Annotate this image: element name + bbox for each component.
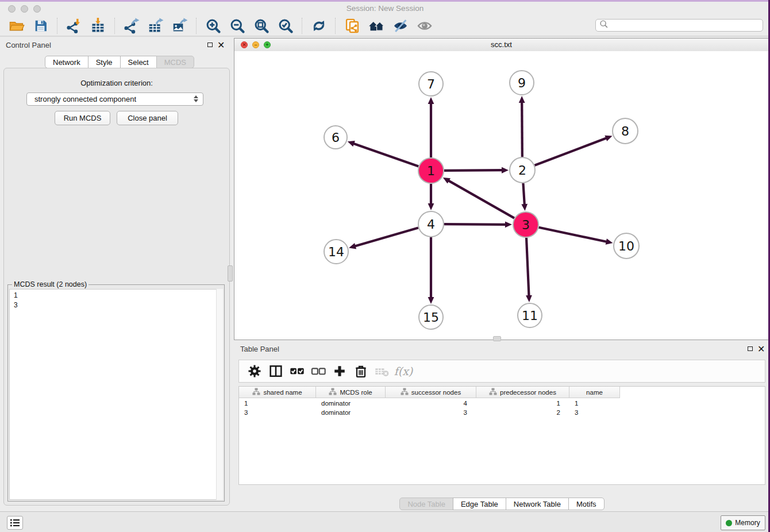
export-table-icon[interactable]	[147, 17, 164, 34]
first-neighbors-icon[interactable]	[368, 17, 385, 34]
column-header-shared-name[interactable]: shared name	[239, 387, 316, 398]
tab-motifs[interactable]: Motifs	[568, 498, 605, 510]
graph-node-3[interactable]: 3	[513, 212, 538, 237]
refresh-icon[interactable]	[310, 17, 328, 34]
network-view-window[interactable]: ✕ – + scc.txt 7968124314101511	[234, 38, 769, 340]
cell-successor-nodes[interactable]: 4	[386, 399, 476, 408]
cell-name[interactable]: 1	[569, 399, 620, 408]
tab-node-table[interactable]: Node Table	[399, 498, 453, 510]
cell-shared-name[interactable]: 3	[239, 408, 316, 417]
search-box[interactable]	[595, 19, 763, 32]
graph-node-15[interactable]: 15	[419, 305, 443, 329]
graph-node-8[interactable]: 8	[613, 118, 638, 144]
graph-node-10[interactable]: 10	[614, 233, 639, 259]
result-scrollbar[interactable]	[216, 289, 223, 500]
table-row[interactable]: 1dominator411	[239, 399, 620, 408]
graph-edge-4-14[interactable]	[355, 228, 418, 246]
memory-status-icon	[726, 520, 732, 526]
float-table-panel-icon[interactable]	[748, 346, 753, 351]
run-mcds-button[interactable]: Run MCDS	[55, 111, 110, 125]
column-header-MCDS-role[interactable]: MCDS role	[316, 387, 386, 398]
clone-network-icon[interactable]	[344, 17, 361, 34]
network-canvas[interactable]: 7968124314101511	[234, 51, 768, 340]
optimization-criterion-select[interactable]: strongly connected component	[26, 92, 203, 106]
column-header-name[interactable]: name	[569, 387, 620, 398]
close-panel-button[interactable]: Close panel	[117, 111, 178, 125]
graph-edge-1-2[interactable]	[444, 170, 503, 171]
close-panel-icon[interactable]: ✕	[217, 42, 225, 49]
cell-MCDS-role[interactable]: dominator	[316, 399, 386, 408]
close-table-panel-icon[interactable]: ✕	[757, 346, 765, 353]
graph-edge-2-8[interactable]	[535, 138, 607, 165]
import-table-icon[interactable]	[90, 17, 107, 34]
tab-select[interactable]: Select	[120, 56, 157, 68]
graph-edge-2-9[interactable]	[522, 102, 522, 157]
add-row-icon[interactable]	[330, 363, 349, 380]
graph-node-1[interactable]: 1	[418, 158, 444, 183]
graph-node-7[interactable]: 7	[419, 72, 443, 96]
svg-text:11: 11	[522, 309, 538, 323]
select-stepper-icon	[194, 95, 198, 102]
toolbar-separator	[57, 18, 58, 34]
float-panel-icon[interactable]	[207, 43, 213, 47]
search-icon	[599, 19, 609, 32]
app-title-bar[interactable]: Session: New Session	[0, 2, 770, 16]
cell-successor-nodes[interactable]: 3	[386, 408, 476, 417]
task-history-button[interactable]	[7, 516, 23, 530]
split-columns-icon[interactable]	[266, 363, 286, 380]
cell-predecessor-nodes[interactable]: 1	[476, 399, 569, 408]
node-table[interactable]: shared nameMCDS rolesuccessor nodesprede…	[238, 386, 765, 485]
tab-mcds[interactable]: MCDS	[156, 56, 194, 68]
search-input[interactable]	[609, 20, 763, 31]
tab-edge-table[interactable]: Edge Table	[453, 498, 506, 510]
zoom-selected-icon[interactable]	[277, 17, 294, 34]
save-icon[interactable]	[32, 17, 49, 34]
graph-node-11[interactable]: 11	[518, 303, 542, 327]
mcds-result-text[interactable]: 13	[9, 289, 223, 500]
column-header-predecessor-nodes[interactable]: predecessor nodes	[476, 387, 569, 398]
graph-node-2[interactable]: 2	[510, 157, 535, 183]
cell-MCDS-role[interactable]: dominator	[316, 408, 386, 417]
horizontal-splitter-handle[interactable]	[493, 336, 501, 341]
graph-edge-3-10[interactable]	[539, 228, 607, 242]
zoom-fit-icon[interactable]	[253, 17, 270, 34]
tab-style[interactable]: Style	[88, 56, 121, 68]
graph-node-9[interactable]: 9	[510, 71, 534, 95]
gear-icon[interactable]	[245, 363, 264, 380]
graph-edge-4-3[interactable]	[444, 224, 506, 225]
table-panel-tabs: Node TableEdge TableNetwork TableMotifs	[234, 498, 770, 510]
select-all-icon[interactable]	[287, 363, 307, 380]
memory-button[interactable]: Memory	[721, 515, 765, 530]
zoom-in-icon[interactable]	[205, 17, 222, 34]
graph-node-4[interactable]: 4	[418, 211, 444, 237]
open-folder-icon[interactable]	[8, 17, 25, 34]
network-window-title-bar[interactable]: ✕ – + scc.txt	[234, 38, 768, 52]
export-network-icon[interactable]	[123, 17, 140, 34]
tab-network[interactable]: Network	[45, 56, 88, 68]
import-network-icon[interactable]	[66, 17, 83, 34]
hide-selected-icon[interactable]	[392, 17, 409, 34]
delete-row-icon[interactable]	[351, 363, 371, 380]
graph-edge-arrowhead-1-6	[348, 141, 355, 147]
export-image-icon[interactable]	[171, 17, 188, 34]
network-graph[interactable]: 7968124314101511	[234, 51, 768, 340]
graph-node-6[interactable]: 6	[324, 126, 347, 149]
cell-shared-name[interactable]: 1	[239, 399, 316, 408]
cell-name[interactable]: 3	[569, 408, 620, 417]
graph-edge-2-3[interactable]	[523, 183, 524, 205]
show-all-icon[interactable]	[416, 17, 433, 34]
toolbar-separator	[335, 18, 336, 34]
graph-edge-3-11[interactable]	[526, 238, 529, 296]
tab-network-table[interactable]: Network Table	[506, 498, 569, 510]
svg-text:14: 14	[328, 245, 344, 259]
deselect-all-icon[interactable]	[309, 363, 328, 380]
vertical-splitter-handle[interactable]	[228, 265, 233, 282]
graph-edge-3-1[interactable]	[448, 180, 514, 218]
table-panel: Table Panel ✕ f(x) shared nameMCDS roles…	[234, 341, 770, 511]
table-row[interactable]: 3dominator323	[239, 408, 620, 417]
graph-node-14[interactable]: 14	[324, 240, 348, 264]
graph-edge-1-6[interactable]	[353, 144, 418, 167]
column-header-successor-nodes[interactable]: successor nodes	[386, 387, 476, 398]
zoom-out-icon[interactable]	[229, 17, 246, 34]
cell-predecessor-nodes[interactable]: 2	[476, 408, 569, 417]
